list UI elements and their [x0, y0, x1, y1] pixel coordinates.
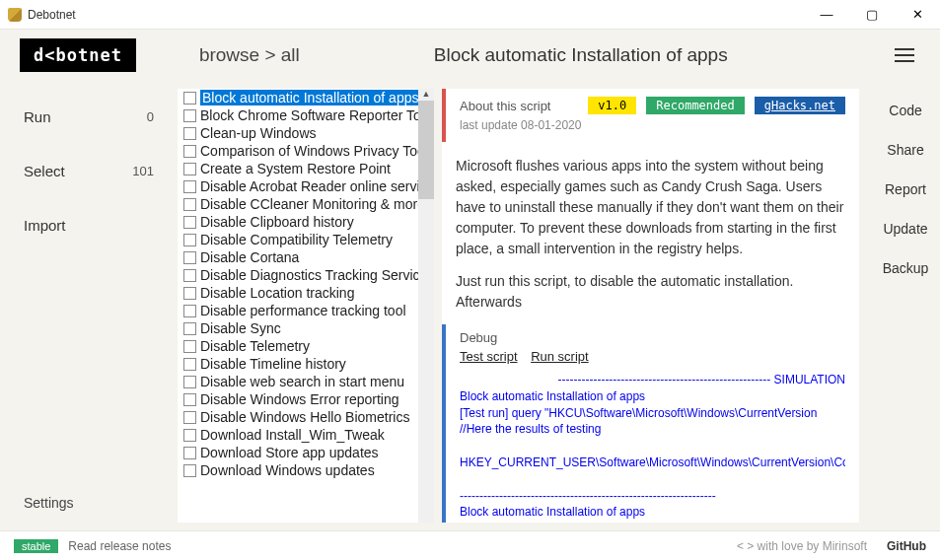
checkbox-icon[interactable]: [183, 411, 196, 424]
checkbox-icon[interactable]: [183, 429, 196, 442]
checkbox-icon[interactable]: [183, 269, 196, 282]
debug-output: ----------------------------------------…: [460, 372, 845, 523]
list-item[interactable]: Block Chrome Software Reporter Tool: [178, 106, 434, 124]
debug-line: ----------------------------------------…: [460, 488, 845, 505]
debug-section: Debug Test script Run script -----------…: [442, 324, 859, 523]
list-item[interactable]: Disable CCleaner Monitoring & more: [178, 195, 434, 213]
main-area: Run 0 Select 101 Import Settings Block a…: [0, 81, 940, 530]
list-item-label: Create a System Restore Point: [200, 161, 391, 176]
minimize-button[interactable]: —: [804, 0, 849, 30]
rnav-backup[interactable]: Backup: [883, 260, 929, 276]
list-item-label: Disable Acrobat Reader online service: [200, 178, 434, 194]
github-link[interactable]: GitHub: [887, 539, 926, 553]
checkbox-icon[interactable]: [183, 464, 196, 477]
list-item-label: Disable performance tracking tool: [200, 303, 406, 318]
nav-run[interactable]: Run 0: [0, 99, 178, 135]
list-item-label: Download Store app updates: [200, 445, 379, 460]
checkbox-icon[interactable]: [183, 358, 196, 371]
close-button[interactable]: ✕: [895, 0, 940, 30]
test-script-link[interactable]: Test script: [460, 349, 518, 364]
scroll-up-icon[interactable]: ▲: [418, 89, 434, 101]
list-item[interactable]: Disable Telemetry: [178, 337, 434, 355]
list-item[interactable]: Disable Sync: [178, 319, 434, 337]
list-item[interactable]: Disable Location tracking: [178, 284, 434, 302]
checkbox-icon[interactable]: [183, 251, 196, 264]
list-scrollbar[interactable]: ▲: [418, 89, 434, 523]
list-item-label: Disable Timeline history: [200, 356, 346, 372]
debug-line: [460, 471, 845, 488]
checkbox-icon[interactable]: [183, 180, 196, 193]
ghacks-link[interactable]: gHacks.net: [755, 97, 845, 114]
hamburger-menu-icon[interactable]: [889, 42, 920, 68]
list-item[interactable]: Comparison of Windows Privacy Tools: [178, 142, 434, 160]
checkbox-icon[interactable]: [183, 234, 196, 246]
list-item[interactable]: Disable Clipboard history: [178, 213, 434, 231]
rnav-share[interactable]: Share: [887, 142, 923, 158]
list-item-label: Disable Cortana: [200, 249, 299, 265]
script-list-pane: Block automatic Installation of appsBloc…: [178, 89, 434, 523]
list-item-label: Block Chrome Software Reporter Tool: [200, 107, 432, 123]
nav-import-label: Import: [24, 217, 66, 234]
list-item[interactable]: Download Store app updates: [178, 444, 434, 461]
list-item-label: Disable Compatibility Telemetry: [200, 232, 393, 247]
checkbox-icon[interactable]: [183, 287, 196, 300]
list-item[interactable]: Disable performance tracking tool: [178, 302, 434, 319]
checkbox-icon[interactable]: [183, 198, 196, 211]
debug-line: [Test run] query "HKCU\Software\Microsof…: [460, 405, 845, 422]
checkbox-icon[interactable]: [183, 305, 196, 317]
debug-line: Block automatic Installation of apps: [460, 388, 845, 405]
nav-import[interactable]: Import: [0, 207, 178, 244]
list-item[interactable]: Block automatic Installation of apps: [178, 89, 434, 106]
checkbox-icon[interactable]: [183, 92, 196, 105]
right-nav: Code Share Report Update Backup: [871, 81, 940, 530]
scroll-thumb[interactable]: [418, 101, 434, 199]
debug-header: Debug: [460, 330, 845, 345]
list-item[interactable]: Clean-up Windows: [178, 124, 434, 142]
checkbox-icon[interactable]: [183, 376, 196, 388]
list-item[interactable]: Download Install_Wim_Tweak: [178, 426, 434, 444]
list-item[interactable]: Disable Windows Hello Biometrics: [178, 408, 434, 426]
list-item[interactable]: Download Windows updates: [178, 461, 434, 479]
version-badge: v1.0: [588, 97, 636, 114]
debug-line: HKEY_CURRENT_USER\Software\Microsoft\Win…: [460, 455, 845, 471]
description-p1: Microsoft flushes various apps into the …: [442, 148, 859, 263]
nav-settings[interactable]: Settings: [0, 475, 178, 530]
stable-badge: stable: [14, 539, 58, 553]
list-item[interactable]: Disable Diagnostics Tracking Service: [178, 266, 434, 284]
about-section: About this script v1.0 Recommended gHack…: [442, 89, 859, 142]
list-item-label: Disable Telemetry: [200, 338, 310, 354]
list-item[interactable]: Create a System Restore Point: [178, 160, 434, 177]
window-titlebar: Debotnet — ▢ ✕: [0, 0, 940, 30]
list-item[interactable]: Disable Compatibility Telemetry: [178, 231, 434, 248]
rnav-code[interactable]: Code: [889, 103, 921, 118]
checkbox-icon[interactable]: [183, 163, 196, 175]
top-bar: d<botnet browse > all Block automatic In…: [0, 30, 940, 81]
list-item[interactable]: Disable web search in start menu: [178, 373, 434, 390]
checkbox-icon[interactable]: [183, 216, 196, 229]
breadcrumb[interactable]: browse > all: [199, 44, 300, 66]
release-notes-link[interactable]: Read release notes: [68, 539, 171, 553]
checkbox-icon[interactable]: [183, 447, 196, 459]
recommended-badge: Recommended: [646, 97, 744, 114]
rnav-update[interactable]: Update: [883, 221, 927, 237]
checkbox-icon[interactable]: [183, 340, 196, 353]
rnav-report[interactable]: Report: [885, 181, 926, 197]
list-item[interactable]: Disable Windows Error reporting: [178, 390, 434, 408]
checkbox-icon[interactable]: [183, 393, 196, 406]
run-script-link[interactable]: Run script: [531, 349, 589, 364]
list-item[interactable]: Disable Cortana: [178, 248, 434, 266]
checkbox-icon[interactable]: [183, 127, 196, 140]
nav-select[interactable]: Select 101: [0, 153, 178, 189]
list-item[interactable]: Disable Timeline history: [178, 355, 434, 373]
maximize-button[interactable]: ▢: [849, 0, 895, 30]
checkbox-icon[interactable]: [183, 109, 196, 122]
list-item[interactable]: Disable Acrobat Reader online service: [178, 177, 434, 195]
window-title: Debotnet: [28, 8, 76, 22]
list-item-label: Disable Sync: [200, 320, 281, 336]
page-title: Block automatic Installation of apps: [434, 44, 728, 66]
checkbox-icon[interactable]: [183, 145, 196, 158]
script-list[interactable]: Block automatic Installation of appsBloc…: [178, 89, 434, 523]
debug-line: //Here the results of testing: [460, 421, 845, 438]
app-logo: d<botnet: [20, 38, 136, 72]
checkbox-icon[interactable]: [183, 322, 196, 335]
